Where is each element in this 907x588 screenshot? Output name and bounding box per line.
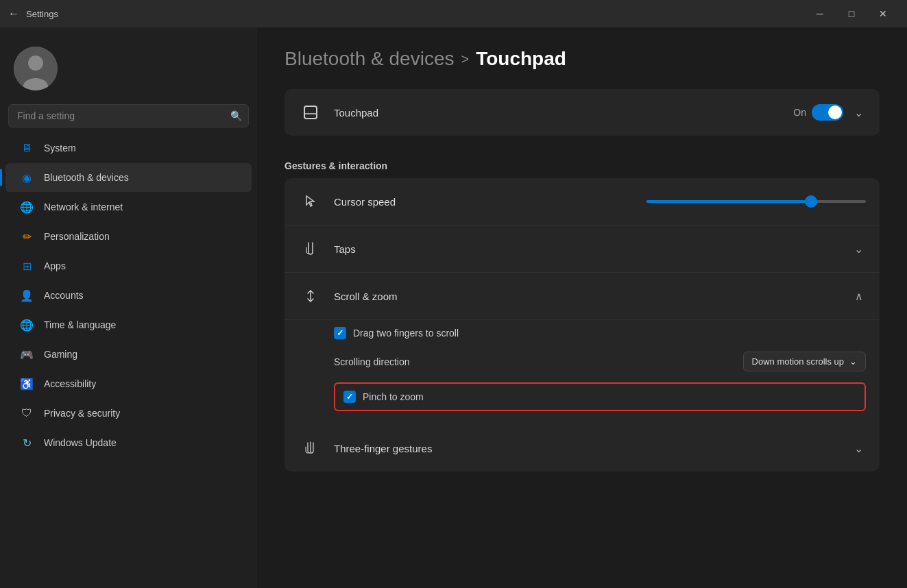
cursor-speed-fill	[646, 200, 811, 203]
cursor-speed-label: Cursor speed	[334, 196, 646, 208]
gestures-section: Cursor speed	[285, 178, 880, 471]
sidebar-item-time[interactable]: 🌐Time & language	[5, 310, 252, 339]
sidebar-item-gaming[interactable]: 🎮Gaming	[5, 340, 252, 369]
cursor-icon	[298, 189, 323, 214]
maximize-button[interactable]: □	[836, 3, 867, 25]
minimize-button[interactable]: ─	[804, 3, 836, 25]
taps-chevron[interactable]: ⌄	[851, 240, 866, 258]
main-content: Bluetooth & devices > Touchpad Touchpad …	[257, 27, 907, 588]
sidebar-item-label-accessibility: Accessibility	[44, 378, 96, 389]
touchpad-section: Touchpad On ⌄	[285, 89, 880, 136]
search-box: 🔍	[8, 104, 249, 127]
pinch-to-zoom-label: Pinch to zoom	[363, 391, 424, 402]
accessibility-nav-icon: ♿	[19, 376, 34, 391]
three-finger-chevron[interactable]: ⌄	[851, 439, 866, 458]
bluetooth-nav-icon: ◉	[19, 170, 34, 185]
toggle-label: On	[793, 107, 806, 118]
sidebar-item-label-bluetooth: Bluetooth & devices	[44, 172, 129, 183]
sidebar-item-label-time: Time & language	[44, 319, 116, 330]
scrolling-direction-value: Down motion scrolls up	[752, 356, 844, 367]
svg-point-1	[28, 56, 43, 71]
sidebar-item-windows-update[interactable]: ↻Windows Update	[5, 428, 252, 457]
taps-label: Taps	[334, 243, 851, 255]
cursor-speed-thumb[interactable]	[805, 195, 817, 208]
sidebar-item-label-network: Network & internet	[44, 201, 123, 212]
apps-nav-icon: ⊞	[19, 258, 34, 273]
touchpad-chevron[interactable]: ⌄	[851, 103, 866, 122]
sidebar-item-privacy[interactable]: 🛡Privacy & security	[5, 399, 252, 428]
gestures-section-title: Gestures & interaction	[285, 147, 880, 178]
user-profile-area	[0, 36, 257, 104]
three-finger-row[interactable]: Three-finger gestures ⌄	[285, 425, 880, 471]
gaming-nav-icon: 🎮	[19, 347, 34, 362]
scroll-zoom-chevron[interactable]: ∧	[852, 287, 866, 306]
touchpad-icon	[298, 100, 323, 125]
sidebar-item-label-personalization: Personalization	[44, 231, 110, 242]
cursor-speed-slider-container	[646, 200, 866, 203]
window-controls: ─ □ ✕	[804, 3, 899, 25]
scrolling-direction-dropdown[interactable]: Down motion scrolls up ⌄	[743, 352, 866, 371]
checkbox-check-icon: ✓	[337, 328, 343, 338]
sidebar-item-system[interactable]: 🖥System	[5, 134, 252, 162]
taps-row[interactable]: Taps ⌄	[285, 225, 880, 273]
three-finger-label: Three-finger gestures	[334, 443, 851, 454]
sidebar-item-label-system: System	[44, 143, 76, 154]
sidebar-item-label-accounts: Accounts	[44, 290, 84, 301]
breadcrumb: Bluetooth & devices > Touchpad	[285, 48, 880, 70]
scrolling-direction-label: Scrolling direction	[334, 356, 736, 367]
privacy-nav-icon: 🛡	[19, 406, 34, 421]
pinch-checkbox-check-icon: ✓	[346, 392, 353, 402]
sidebar-item-apps[interactable]: ⊞Apps	[5, 252, 252, 280]
search-input[interactable]	[8, 104, 249, 127]
nav-list: 🖥System◉Bluetooth & devices🌐Network & in…	[0, 133, 257, 458]
avatar[interactable]	[14, 47, 58, 90]
avatar-image	[14, 47, 58, 90]
back-icon[interactable]: ←	[8, 8, 19, 20]
close-button[interactable]: ✕	[867, 3, 899, 25]
page-header: Bluetooth & devices > Touchpad	[285, 48, 880, 70]
windows-update-nav-icon: ↻	[19, 435, 34, 450]
sidebar: 🔍 🖥System◉Bluetooth & devices🌐Network & …	[0, 27, 257, 588]
breadcrumb-current: Touchpad	[476, 48, 566, 70]
toggle-track[interactable]	[812, 104, 843, 121]
breadcrumb-parent: Bluetooth & devices	[285, 48, 455, 70]
taps-icon	[298, 236, 323, 261]
touchpad-row: Touchpad On ⌄	[285, 89, 880, 136]
scrolling-direction-dropdown-chevron: ⌄	[849, 356, 857, 367]
cursor-speed-row: Cursor speed	[285, 178, 880, 225]
scroll-zoom-icon	[298, 284, 323, 308]
drag-two-fingers-row: ✓ Drag two fingers to scroll	[334, 320, 866, 346]
system-nav-icon: 🖥	[19, 140, 34, 156]
toggle-thumb	[828, 106, 842, 119]
sidebar-item-accessibility[interactable]: ♿Accessibility	[5, 369, 252, 398]
search-icon: 🔍	[230, 110, 242, 121]
sidebar-item-label-windows-update: Windows Update	[44, 437, 117, 448]
scroll-zoom-section: Scroll & zoom ∧ ✓ Drag two fingers to sc…	[285, 273, 880, 425]
drag-two-fingers-checkbox[interactable]: ✓	[334, 327, 346, 339]
pinch-to-zoom-checkbox[interactable]: ✓	[343, 391, 356, 403]
touchpad-toggle[interactable]: On	[793, 104, 843, 121]
pinch-to-zoom-row: ✓ Pinch to zoom	[334, 382, 866, 411]
cursor-speed-track[interactable]	[646, 200, 866, 203]
breadcrumb-separator: >	[461, 51, 470, 67]
sidebar-item-label-gaming: Gaming	[44, 349, 77, 360]
sidebar-item-personalization[interactable]: ✏Personalization	[5, 222, 252, 251]
touchpad-label: Touchpad	[334, 107, 793, 119]
network-nav-icon: 🌐	[19, 199, 34, 215]
sidebar-item-label-apps: Apps	[44, 260, 66, 271]
scrolling-direction-row: Scrolling direction Down motion scrolls …	[334, 346, 866, 377]
sidebar-item-network[interactable]: 🌐Network & internet	[5, 193, 252, 221]
scroll-zoom-subitems: ✓ Drag two fingers to scroll Scrolling d…	[285, 320, 880, 425]
pinch-zoom-container: ✓ Pinch to zoom	[334, 377, 866, 417]
three-finger-icon	[298, 436, 323, 461]
sidebar-item-bluetooth[interactable]: ◉Bluetooth & devices	[5, 163, 252, 192]
scroll-zoom-header-row[interactable]: Scroll & zoom ∧	[285, 273, 880, 320]
app-title: Settings	[26, 9, 58, 19]
time-nav-icon: 🌐	[19, 317, 34, 332]
title-bar: ← Settings ─ □ ✕	[0, 0, 907, 27]
scroll-zoom-label: Scroll & zoom	[334, 291, 852, 302]
accounts-nav-icon: 👤	[19, 288, 34, 303]
sidebar-item-accounts[interactable]: 👤Accounts	[5, 281, 252, 310]
personalization-nav-icon: ✏	[19, 229, 34, 244]
drag-two-fingers-label: Drag two fingers to scroll	[353, 328, 459, 339]
